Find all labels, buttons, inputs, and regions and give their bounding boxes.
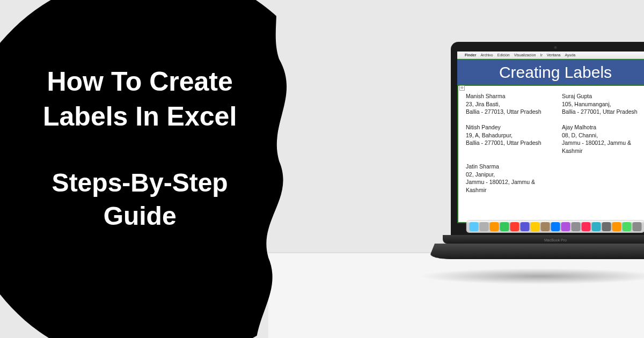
table-move-handle-icon[interactable]: ✥ <box>459 85 465 91</box>
dock-app-icon[interactable] <box>490 222 499 224</box>
dock-app-icon[interactable] <box>521 222 530 224</box>
menubar-item-ayuda[interactable]: Ayuda <box>565 53 575 57</box>
headline-block: How To Create Labels In Excel Steps-By-S… <box>43 64 237 233</box>
laptop-bezel: Finder Archivo Edición Visualización Ir … <box>451 42 644 235</box>
document-banner: Creating Labels <box>457 59 644 86</box>
label-addr2: Jammu - 180012, Jammu & Kashmir <box>562 139 644 155</box>
dock-app-icon[interactable] <box>612 222 621 224</box>
label-addr2: Ballia - 277001, Uttar Pradesh <box>466 139 551 147</box>
title-line-1: How To Create <box>43 64 237 99</box>
label-addr1: 19, A, Bahadurpur, <box>466 131 551 139</box>
label-name: Nitish Pandey <box>466 123 551 131</box>
macos-dock <box>466 220 645 223</box>
laptop-brand-label: MacBook Pro <box>544 238 567 242</box>
title-line-2: Labels In Excel <box>43 99 237 134</box>
label-cell: Nitish Pandey 19, A, Bahadurpur, Ballia … <box>466 123 551 155</box>
dock-app-icon[interactable] <box>592 222 601 224</box>
dock-app-icon[interactable] <box>470 222 479 224</box>
dock-app-icon[interactable] <box>602 222 611 224</box>
label-name: Suraj Gupta <box>562 92 644 100</box>
label-cell: Ajay Malhotra 08, D, Channi, Jammu - 180… <box>562 123 644 155</box>
dock-app-icon[interactable] <box>541 222 550 224</box>
laptop-screen: Finder Archivo Edición Visualización Ir … <box>457 52 644 223</box>
menubar-app-name[interactable]: Finder <box>465 53 476 57</box>
label-addr1: 08, D, Channi, <box>562 131 644 139</box>
dock-app-icon[interactable] <box>623 222 632 224</box>
label-name: Ajay Malhotra <box>562 123 644 131</box>
label-cell: Jatin Sharma 02, Janipur, Jammu - 180012… <box>466 163 551 194</box>
menubar-item-archivo[interactable]: Archivo <box>480 53 493 57</box>
laptop-camera-icon <box>554 46 557 49</box>
label-addr1: 02, Janipur, <box>466 171 551 179</box>
menubar-item-ventana[interactable]: Ventana <box>547 53 561 57</box>
label-name: Manish Sharma <box>466 92 551 100</box>
label-addr1: 105, Hanumanganj, <box>562 100 644 108</box>
dock-app-icon[interactable] <box>510 222 519 224</box>
label-addr2: Jammu - 180012, Jammu & Kashmir <box>466 178 551 194</box>
subtitle-line-1: Steps-By-Step <box>43 166 237 200</box>
dock-app-icon[interactable] <box>551 222 560 224</box>
laptop-hinge: MacBook Pro <box>443 235 644 244</box>
subtitle: Steps-By-Step Guide <box>43 166 237 233</box>
label-cell: Manish Sharma 23, Jira Basti, Ballia - 2… <box>466 92 551 116</box>
macos-menubar: Finder Archivo Edición Visualización Ir … <box>457 52 644 59</box>
laptop-base <box>428 244 644 259</box>
label-name: Jatin Sharma <box>466 163 551 171</box>
label-addr1: 23, Jira Basti, <box>466 100 551 108</box>
dock-app-icon[interactable] <box>572 222 581 224</box>
laptop: Finder Archivo Edición Visualización Ir … <box>451 42 644 273</box>
menubar-item-visualizacion[interactable]: Visualización <box>514 53 536 57</box>
dock-app-icon[interactable] <box>531 222 540 224</box>
label-addr2: Ballia - 277001, Uttar Pradesh <box>562 108 644 116</box>
dock-app-icon[interactable] <box>582 222 591 224</box>
menubar-item-ir[interactable]: Ir <box>540 53 542 57</box>
menubar-item-edicion[interactable]: Edición <box>497 53 510 57</box>
subtitle-line-2: Guide <box>43 200 237 233</box>
dock-app-icon[interactable] <box>561 222 570 224</box>
label-addr2: Ballia - 277013, Uttar Pradesh <box>466 108 551 116</box>
dock-app-icon[interactable] <box>633 222 642 224</box>
dock-app-icon[interactable] <box>480 222 489 224</box>
dock-app-icon[interactable] <box>500 222 509 224</box>
label-cell: Suraj Gupta 105, Hanumanganj, Ballia - 2… <box>562 92 644 116</box>
main-title: How To Create Labels In Excel <box>43 64 237 134</box>
labels-grid: ✥ Manish Sharma 23, Jira Basti, Ballia -… <box>457 86 644 223</box>
